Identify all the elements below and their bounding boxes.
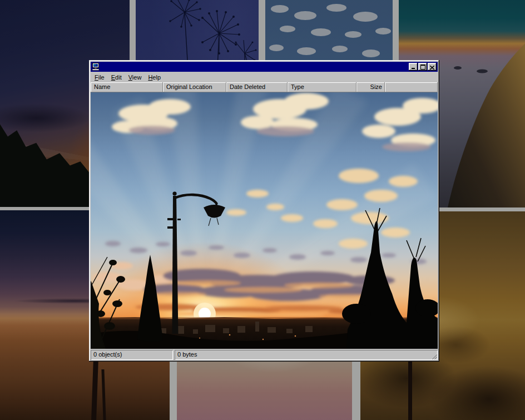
titlebar[interactable] xyxy=(91,62,438,72)
column-header-date-deleted[interactable]: Date Deleted xyxy=(226,82,288,92)
recycle-bin-window: File Edit View Help Name Original Locati… xyxy=(89,60,439,362)
status-bytes: 0 bytes xyxy=(175,350,438,360)
window-controls xyxy=(409,63,437,71)
menu-edit[interactable]: Edit xyxy=(108,73,125,82)
sunset-lamp-photo xyxy=(91,92,438,349)
maximize-icon xyxy=(420,65,425,70)
computer-icon xyxy=(92,63,101,71)
file-list-area[interactable] xyxy=(91,92,438,349)
menu-help[interactable]: Help xyxy=(145,73,164,82)
column-header-name[interactable]: Name xyxy=(91,82,163,92)
minimize-icon xyxy=(412,68,415,69)
menu-bar: File Edit View Help xyxy=(91,72,438,82)
minimize-button[interactable] xyxy=(409,63,418,71)
column-header-type[interactable]: Type xyxy=(288,82,356,92)
column-header-size[interactable]: Size xyxy=(356,82,385,92)
desktop: File Edit View Help Name Original Locati… xyxy=(0,0,525,420)
maximize-button[interactable] xyxy=(418,63,427,71)
close-button[interactable] xyxy=(428,63,437,71)
status-bar: 0 object(s) 0 bytes xyxy=(91,349,438,360)
menu-file[interactable]: File xyxy=(91,73,108,82)
menu-view[interactable]: View xyxy=(125,73,145,82)
status-objects: 0 object(s) xyxy=(91,350,173,360)
column-header-original-location[interactable]: Original Location xyxy=(163,82,226,92)
resize-grip[interactable] xyxy=(430,352,437,359)
column-header-blank[interactable] xyxy=(385,82,438,92)
column-header-row: Name Original Location Date Deleted Type… xyxy=(91,82,438,92)
list-view: Name Original Location Date Deleted Type… xyxy=(91,82,438,349)
close-icon xyxy=(430,66,434,70)
